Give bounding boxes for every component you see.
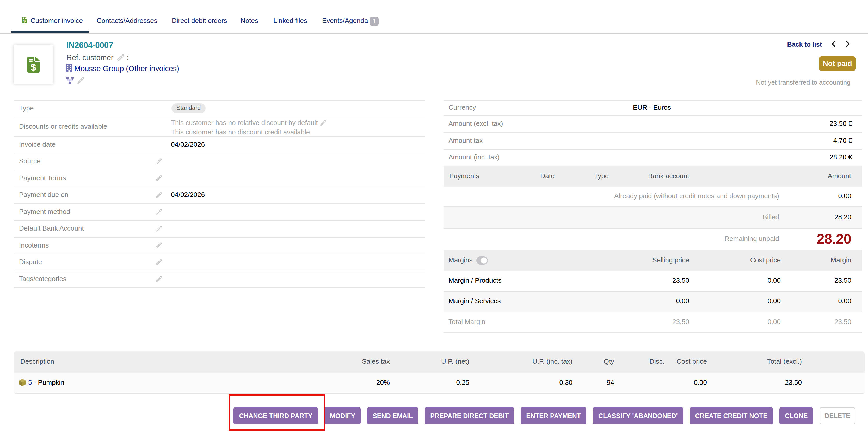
svg-text:$: $	[24, 19, 26, 23]
svg-text:$: $	[31, 62, 36, 73]
